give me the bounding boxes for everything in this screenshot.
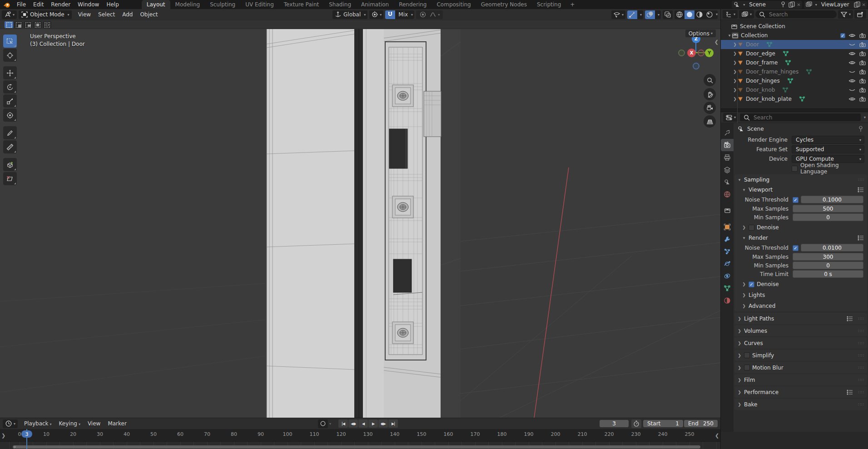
camera-render-icon[interactable] [859,77,866,84]
object-name[interactable]: Door_frame_hinges [746,69,799,75]
rotate-tool-button[interactable] [3,80,17,94]
workspace-tab-texture-paint[interactable]: Texture Paint [279,0,324,9]
sampling-panel-header[interactable]: ▾Sampling∷∷ [734,174,867,185]
eye-icon[interactable] [848,59,856,66]
add-workspace-button[interactable]: + [566,0,579,9]
outliner-row-door_knob[interactable]: ❯Door_knob [721,85,868,94]
noise-threshold-checkbox[interactable]: ✓ [793,197,799,203]
workspace-tab-layout[interactable]: Layout [142,0,170,9]
motion-blur-checkbox[interactable] [744,365,750,370]
shading-wireframe-button[interactable] [675,10,684,19]
eye-icon[interactable] [848,32,856,39]
properties-tab-output[interactable] [721,151,734,163]
new-collection-button[interactable] [854,10,866,19]
gizmo-axis-neg-z[interactable] [693,63,699,69]
shading-rendered-button[interactable] [704,10,714,19]
visibility-dropdown[interactable]: ▾ [611,10,625,19]
select-set-button[interactable] [5,21,13,28]
properties-tab-collection[interactable] [721,204,734,217]
pan-button[interactable] [704,88,716,100]
proportional-edit-toggle[interactable] [418,11,428,18]
jump-to-end-button[interactable]: ▶| [388,419,398,428]
viewport-menu-view[interactable]: View [74,10,94,19]
cursor-3d-tool-button[interactable] [3,49,17,62]
jump-to-start-button[interactable]: |◀ [338,419,348,428]
pin-icon[interactable] [857,125,864,133]
timeline-collapse-arrow[interactable]: ❮ [715,433,719,439]
expand-caret[interactable]: ❯ [733,97,737,101]
render-max-samples-field[interactable]: 300 [793,253,863,261]
workspace-tab-geometry-nodes[interactable]: Geometry Nodes [476,0,532,9]
topbar-menu-render[interactable]: Render [47,0,74,9]
workspace-tab-scripting[interactable]: Scripting [532,0,566,9]
viewport-denoise-row[interactable]: ❯ Denoise [734,222,867,233]
preset-icon[interactable] [857,234,864,242]
expand-caret[interactable]: ❯ [733,60,737,65]
unlink-scene-icon[interactable]: ✕ [797,2,800,7]
zoom-button[interactable] [704,74,716,86]
scene-name[interactable]: Scene [746,1,778,8]
properties-tab-physics[interactable] [721,257,734,270]
outliner-row-door_hinges[interactable]: ❯Door_hinges [721,76,868,85]
transform-tool-button[interactable] [3,109,17,122]
camera-render-icon[interactable] [859,32,866,39]
object-name[interactable]: Door_knob_plate [746,96,792,102]
timeline-menu-keying[interactable]: Keying▾ [55,419,84,428]
workspace-tab-shading[interactable]: Shading [324,0,356,9]
advanced-subpanel[interactable]: ❯Advanced [734,301,867,311]
properties-tab-constraints[interactable] [721,270,734,282]
render-denoise-checkbox[interactable]: ✓ [749,281,754,287]
pin-icon[interactable] [779,1,787,8]
properties-tab-view-layer[interactable] [721,163,734,176]
current-frame-field[interactable]: 3 [600,420,629,427]
timeline-scrollbar[interactable] [13,445,700,449]
camera-render-icon[interactable] [859,50,866,57]
overlays-dropdown[interactable]: ▾ [655,13,661,17]
next-keyframe-button[interactable]: ◆▶ [378,419,388,428]
frame-end-field[interactable]: End250 [684,420,718,427]
eye-closed-icon[interactable] [848,41,856,48]
viewport-max-samples-field[interactable]: 500 [793,205,863,212]
workspace-tab-modeling[interactable]: Modeling [170,0,205,9]
shear-tool-button[interactable] [3,172,17,185]
workspace-tab-sculpting[interactable]: Sculpting [205,0,240,9]
render-noise-threshold-field[interactable]: 0.0100 [801,244,863,252]
properties-filter-chevron[interactable]: ▾ [864,115,866,119]
preset-icon[interactable] [846,315,853,322]
properties-editor-type-button[interactable]: ▾ [723,113,738,122]
timeline-editor-type-button[interactable]: ▾ [3,419,18,428]
properties-tab-particles[interactable] [721,245,734,257]
snap-toggle[interactable] [385,10,395,19]
viewlayer-selector[interactable]: ▾ ViewLayer ✕ [804,1,867,9]
gizmo-axis-neg[interactable] [678,49,685,56]
lights-subpanel[interactable]: ❯Lights [734,290,867,301]
properties-tab-tool[interactable] [721,127,734,139]
osl-checkbox[interactable] [792,166,798,172]
measure-tool-button[interactable] [3,140,17,153]
new-scene-icon[interactable] [788,1,795,8]
gizmo-axis-neg-x[interactable] [698,49,704,56]
timeline-expand-arrow[interactable]: ❯ [1,433,5,439]
properties-search-input[interactable] [753,114,858,121]
navigation-gizmo[interactable]: X Y Z [678,33,719,74]
camera-view-button[interactable] [704,102,716,114]
timeline-ruler[interactable]: 3 01020304050607080901001101201301401501… [0,429,720,442]
preset-icon[interactable] [857,186,864,193]
topbar-menu-file[interactable]: File [13,0,30,9]
eye-icon[interactable] [848,50,856,57]
blender-logo[interactable] [4,1,10,8]
camera-render-icon[interactable] [859,41,866,48]
topbar-menu-window[interactable]: Window [74,0,103,9]
overlays-toggle[interactable] [645,10,655,19]
timeline-menu-playback[interactable]: Playback▾ [20,419,55,428]
workspace-tab-rendering[interactable]: Rendering [394,0,432,9]
select-box-tool-button[interactable] [3,35,17,48]
properties-tab-scene[interactable] [721,176,734,188]
outliner-row-door_edge[interactable]: ❯Door_edge [721,49,868,58]
camera-render-icon[interactable] [859,59,866,66]
select-extend-button[interactable] [14,21,23,28]
expand-caret[interactable]: ❯ [733,42,737,47]
timeline-menu-marker[interactable]: Marker [104,419,130,428]
camera-render-icon[interactable] [859,95,866,103]
viewport-noise-threshold-field[interactable]: 0.1000 [801,196,863,203]
